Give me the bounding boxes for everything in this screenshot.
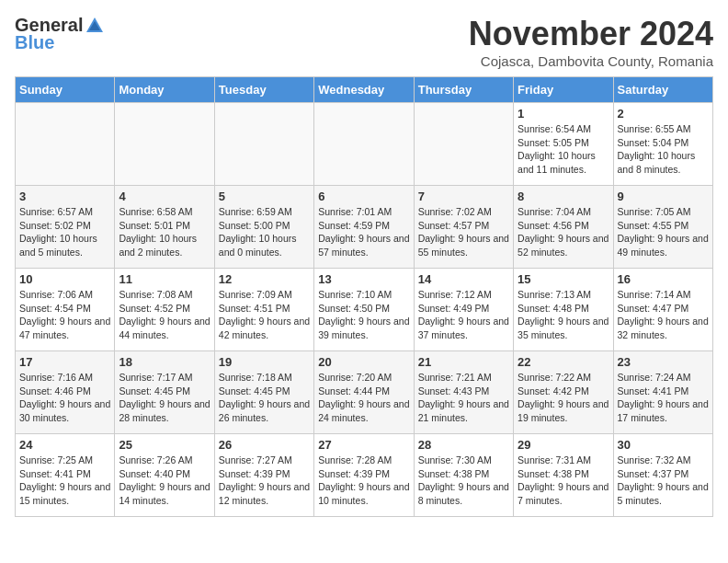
day-info: Sunrise: 7:06 AM Sunset: 4:54 PM Dayligh… xyxy=(19,288,110,342)
logo-blue-text: Blue xyxy=(15,32,54,53)
calendar-cell xyxy=(214,103,313,186)
location-subtitle: Cojasca, Dambovita County, Romania xyxy=(469,53,713,69)
weekday-header-monday: Monday xyxy=(115,77,214,103)
month-title: November 2024 xyxy=(469,15,713,53)
weekday-header-sunday: Sunday xyxy=(16,77,115,103)
day-info: Sunrise: 7:22 AM Sunset: 4:42 PM Dayligh… xyxy=(518,371,609,425)
day-number: 16 xyxy=(618,272,709,286)
weekday-header-wednesday: Wednesday xyxy=(314,77,414,103)
calendar-cell: 29Sunrise: 7:31 AM Sunset: 4:38 PM Dayli… xyxy=(514,434,613,517)
day-number: 27 xyxy=(318,438,409,452)
day-number: 20 xyxy=(318,355,409,369)
day-info: Sunrise: 7:14 AM Sunset: 4:47 PM Dayligh… xyxy=(618,288,709,342)
day-info: Sunrise: 7:28 AM Sunset: 4:39 PM Dayligh… xyxy=(318,454,409,508)
calendar-cell: 18Sunrise: 7:17 AM Sunset: 4:45 PM Dayli… xyxy=(115,351,214,434)
calendar-cell: 17Sunrise: 7:16 AM Sunset: 4:46 PM Dayli… xyxy=(16,351,115,434)
calendar-cell: 16Sunrise: 7:14 AM Sunset: 4:47 PM Dayli… xyxy=(613,269,712,351)
day-info: Sunrise: 7:12 AM Sunset: 4:49 PM Dayligh… xyxy=(418,288,509,342)
logo-icon xyxy=(85,16,105,36)
calendar-cell: 12Sunrise: 7:09 AM Sunset: 4:51 PM Dayli… xyxy=(214,269,313,351)
weekday-header-thursday: Thursday xyxy=(414,77,513,103)
day-number: 26 xyxy=(219,438,310,452)
day-number: 7 xyxy=(418,190,509,203)
day-number: 2 xyxy=(618,107,709,121)
weekday-header-tuesday: Tuesday xyxy=(214,77,313,103)
calendar-cell: 24Sunrise: 7:25 AM Sunset: 4:41 PM Dayli… xyxy=(16,434,115,517)
calendar-cell: 4Sunrise: 6:58 AM Sunset: 5:01 PM Daylig… xyxy=(115,186,214,269)
calendar-cell: 7Sunrise: 7:02 AM Sunset: 4:57 PM Daylig… xyxy=(414,186,513,269)
day-number: 21 xyxy=(418,355,509,369)
day-number: 25 xyxy=(119,438,210,452)
page-header: General Blue November 2024 Cojasca, Damb… xyxy=(15,15,713,69)
day-info: Sunrise: 6:58 AM Sunset: 5:01 PM Dayligh… xyxy=(119,205,210,259)
calendar-cell: 19Sunrise: 7:18 AM Sunset: 4:45 PM Dayli… xyxy=(214,351,313,434)
day-number: 28 xyxy=(418,438,509,452)
calendar-cell: 5Sunrise: 6:59 AM Sunset: 5:00 PM Daylig… xyxy=(214,186,313,269)
calendar-cell: 25Sunrise: 7:26 AM Sunset: 4:40 PM Dayli… xyxy=(115,434,214,517)
day-number: 9 xyxy=(618,190,709,203)
day-info: Sunrise: 7:09 AM Sunset: 4:51 PM Dayligh… xyxy=(219,288,310,342)
day-info: Sunrise: 7:25 AM Sunset: 4:41 PM Dayligh… xyxy=(19,454,110,508)
calendar-cell: 10Sunrise: 7:06 AM Sunset: 4:54 PM Dayli… xyxy=(16,269,115,351)
calendar-cell: 26Sunrise: 7:27 AM Sunset: 4:39 PM Dayli… xyxy=(214,434,313,517)
day-number: 13 xyxy=(318,272,409,286)
calendar-week-row: 1Sunrise: 6:54 AM Sunset: 5:05 PM Daylig… xyxy=(16,103,713,186)
day-info: Sunrise: 7:04 AM Sunset: 4:56 PM Dayligh… xyxy=(518,205,609,259)
calendar-week-row: 17Sunrise: 7:16 AM Sunset: 4:46 PM Dayli… xyxy=(16,351,713,434)
calendar-cell: 8Sunrise: 7:04 AM Sunset: 4:56 PM Daylig… xyxy=(514,186,613,269)
calendar-cell: 1Sunrise: 6:54 AM Sunset: 5:05 PM Daylig… xyxy=(514,103,613,186)
calendar-cell: 14Sunrise: 7:12 AM Sunset: 4:49 PM Dayli… xyxy=(414,269,513,351)
day-number: 24 xyxy=(19,438,110,452)
day-number: 29 xyxy=(518,438,609,452)
day-number: 19 xyxy=(219,355,310,369)
day-number: 12 xyxy=(219,272,310,286)
day-number: 1 xyxy=(518,107,609,121)
day-number: 18 xyxy=(119,355,210,369)
day-info: Sunrise: 7:32 AM Sunset: 4:37 PM Dayligh… xyxy=(618,454,709,508)
day-number: 10 xyxy=(19,272,110,286)
day-number: 14 xyxy=(418,272,509,286)
day-number: 8 xyxy=(518,190,609,203)
calendar-cell: 28Sunrise: 7:30 AM Sunset: 4:38 PM Dayli… xyxy=(414,434,513,517)
calendar-cell: 3Sunrise: 6:57 AM Sunset: 5:02 PM Daylig… xyxy=(16,186,115,269)
day-info: Sunrise: 7:27 AM Sunset: 4:39 PM Dayligh… xyxy=(219,454,310,508)
calendar-week-row: 24Sunrise: 7:25 AM Sunset: 4:41 PM Dayli… xyxy=(16,434,713,517)
day-info: Sunrise: 7:21 AM Sunset: 4:43 PM Dayligh… xyxy=(418,371,509,425)
day-number: 15 xyxy=(518,272,609,286)
calendar-cell: 27Sunrise: 7:28 AM Sunset: 4:39 PM Dayli… xyxy=(314,434,414,517)
calendar-table: SundayMondayTuesdayWednesdayThursdayFrid… xyxy=(15,76,713,517)
calendar-cell: 30Sunrise: 7:32 AM Sunset: 4:37 PM Dayli… xyxy=(613,434,712,517)
day-number: 22 xyxy=(518,355,609,369)
day-number: 4 xyxy=(119,190,210,203)
calendar-cell: 22Sunrise: 7:22 AM Sunset: 4:42 PM Dayli… xyxy=(514,351,613,434)
weekday-header-saturday: Saturday xyxy=(613,77,712,103)
day-number: 11 xyxy=(119,272,210,286)
calendar-cell: 6Sunrise: 7:01 AM Sunset: 4:59 PM Daylig… xyxy=(314,186,414,269)
title-block: November 2024 Cojasca, Dambovita County,… xyxy=(469,15,713,69)
day-info: Sunrise: 7:24 AM Sunset: 4:41 PM Dayligh… xyxy=(618,371,709,425)
calendar-week-row: 3Sunrise: 6:57 AM Sunset: 5:02 PM Daylig… xyxy=(16,186,713,269)
day-number: 6 xyxy=(318,190,409,203)
calendar-cell xyxy=(314,103,414,186)
calendar-cell xyxy=(115,103,214,186)
day-number: 17 xyxy=(19,355,110,369)
calendar-week-row: 10Sunrise: 7:06 AM Sunset: 4:54 PM Dayli… xyxy=(16,269,713,351)
day-info: Sunrise: 7:16 AM Sunset: 4:46 PM Dayligh… xyxy=(19,371,110,425)
day-info: Sunrise: 7:30 AM Sunset: 4:38 PM Dayligh… xyxy=(418,454,509,508)
day-info: Sunrise: 6:55 AM Sunset: 5:04 PM Dayligh… xyxy=(618,122,709,177)
day-number: 23 xyxy=(618,355,709,369)
day-info: Sunrise: 7:10 AM Sunset: 4:50 PM Dayligh… xyxy=(318,288,409,342)
day-info: Sunrise: 7:20 AM Sunset: 4:44 PM Dayligh… xyxy=(318,371,409,425)
day-info: Sunrise: 7:02 AM Sunset: 4:57 PM Dayligh… xyxy=(418,205,509,259)
calendar-header-row: SundayMondayTuesdayWednesdayThursdayFrid… xyxy=(16,77,713,103)
calendar-cell: 21Sunrise: 7:21 AM Sunset: 4:43 PM Dayli… xyxy=(414,351,513,434)
weekday-header-friday: Friday xyxy=(514,77,613,103)
day-number: 30 xyxy=(618,438,709,452)
day-info: Sunrise: 7:31 AM Sunset: 4:38 PM Dayligh… xyxy=(518,454,609,508)
day-info: Sunrise: 7:18 AM Sunset: 4:45 PM Dayligh… xyxy=(219,371,310,425)
day-info: Sunrise: 7:26 AM Sunset: 4:40 PM Dayligh… xyxy=(119,454,210,508)
calendar-cell: 13Sunrise: 7:10 AM Sunset: 4:50 PM Dayli… xyxy=(314,269,414,351)
day-info: Sunrise: 7:13 AM Sunset: 4:48 PM Dayligh… xyxy=(518,288,609,342)
logo: General Blue xyxy=(15,15,105,53)
day-info: Sunrise: 7:17 AM Sunset: 4:45 PM Dayligh… xyxy=(119,371,210,425)
